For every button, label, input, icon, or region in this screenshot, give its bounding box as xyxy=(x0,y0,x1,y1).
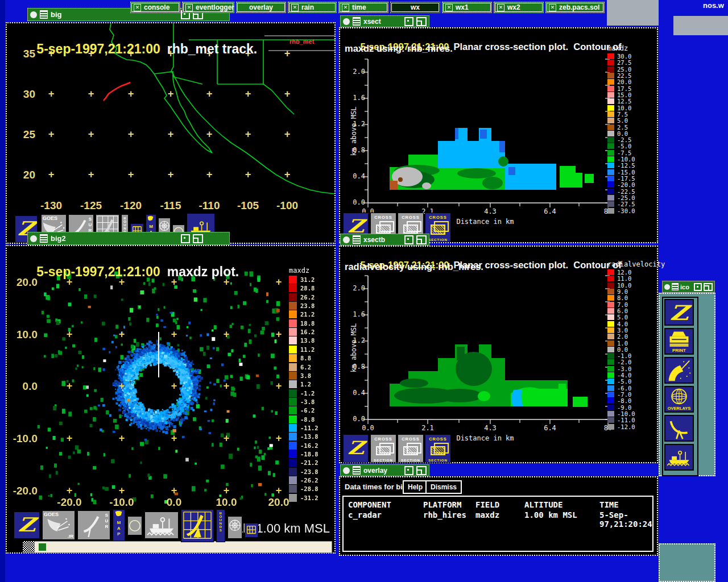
checkbox-icon[interactable]: ✕ xyxy=(342,4,349,11)
colorbar-value: 22.5 xyxy=(617,72,631,79)
dismiss-button[interactable]: Dismiss xyxy=(425,480,462,494)
scrollbar-thumb[interactable] xyxy=(39,543,46,551)
checkbox-icon[interactable]: ✕ xyxy=(291,4,299,11)
taskbar-button-wx[interactable]: wx xyxy=(390,2,440,13)
colorbar-value: -7.5 xyxy=(617,149,631,156)
window-menu-button[interactable] xyxy=(664,284,670,290)
window-iconify-button[interactable] xyxy=(416,466,427,475)
window-menu-button[interactable] xyxy=(30,235,37,242)
satellite-beam-icon[interactable] xyxy=(664,357,694,384)
colorbar-value: -15.0 xyxy=(617,169,635,176)
zebra-logo-icon[interactable]: Z xyxy=(14,512,40,539)
window-menu-button[interactable] xyxy=(343,467,350,474)
window-doc-button[interactable] xyxy=(353,235,361,244)
taskbar-button-wx2[interactable]: ✕ wx2 xyxy=(494,2,544,13)
window-titlebar-overlay[interactable]: overlay xyxy=(340,464,429,476)
window-titlebar-xsectb[interactable]: xsectb xyxy=(340,234,429,246)
ppi-window-canvas[interactable]: 5-sep-1997,21:21:00maxdz plot. Alt: 1.00… xyxy=(6,245,336,554)
window-iconify-button[interactable] xyxy=(416,235,427,244)
cross-section-icon[interactable]: CROSS SECTION xyxy=(398,434,424,463)
checkbox-icon[interactable]: ✕ xyxy=(185,4,193,11)
colorbar-value: 30.0 xyxy=(617,53,631,60)
circle-icon[interactable] xyxy=(127,516,142,535)
zebra-logo-icon[interactable]: Z xyxy=(343,434,369,463)
window-titlebar-big2[interactable]: big2 xyxy=(27,232,230,245)
colorbar-value: 3.0 xyxy=(617,327,628,334)
window-dot-button[interactable] xyxy=(181,234,190,243)
cross-section-icon[interactable]: CROSS SECTION xyxy=(370,434,396,463)
grid-cross: + xyxy=(276,485,282,496)
taskbar-button-zeb-pacs-sol[interactable]: ✕ zeb.pacs.sol xyxy=(545,2,605,13)
taskbar-button-rain[interactable]: ✕ rain xyxy=(288,2,337,13)
colorbar-swatch xyxy=(607,92,614,98)
radar-grid-icon-active[interactable] xyxy=(181,509,214,542)
window-doc-button[interactable] xyxy=(353,466,361,475)
bounds-icon[interactable]: BOUNDS xyxy=(216,509,225,542)
taskbar-button-console[interactable]: ✕ console xyxy=(130,2,180,13)
colorbar-swatch xyxy=(607,321,614,327)
window-doc-button[interactable] xyxy=(40,234,48,243)
ppi-plot-title: 5-sep-1997,21:21:00maxdz plot. xyxy=(15,249,239,280)
ship-icon[interactable] xyxy=(664,444,694,471)
window-doc-button[interactable] xyxy=(672,283,679,290)
window-iconify-button[interactable] xyxy=(193,234,203,243)
grid-small-icon[interactable] xyxy=(245,523,258,538)
window-dot-button[interactable] xyxy=(404,235,413,244)
y-tick-label: 0.0 xyxy=(344,198,365,206)
window-doc-button[interactable] xyxy=(40,10,48,19)
taskbar-button-wx1[interactable]: ✕ wx1 xyxy=(442,2,492,13)
window-iconify-button[interactable] xyxy=(704,283,713,291)
zebra-logo-icon[interactable]: Z xyxy=(664,299,694,326)
window-doc-button[interactable] xyxy=(353,17,361,26)
y-tick-label: 20.0 xyxy=(8,276,38,289)
colorbar-swatch xyxy=(289,284,297,292)
grid-cross: + xyxy=(206,88,212,99)
colorbar-value: -31.2 xyxy=(300,494,318,501)
checkbox-icon[interactable]: ✕ xyxy=(134,4,141,11)
x-tick-label: 2.1 xyxy=(416,424,439,432)
grid-cross: + xyxy=(88,169,94,180)
cross-section-icon-active[interactable]: CROSS SECTION xyxy=(425,434,451,463)
colorbar-swatch xyxy=(289,494,297,502)
window-menu-button[interactable] xyxy=(30,11,37,18)
checkbox-icon[interactable]: ✕ xyxy=(497,4,504,11)
colorbar-swatch xyxy=(289,398,297,406)
colorbar-swatch xyxy=(607,359,614,365)
map-icon[interactable]: MAP xyxy=(113,509,125,541)
xsectb-plot-title-line2: radialvelocity using: rhb_hires. xyxy=(345,261,483,272)
window-titlebar-ico[interactable]: ico xyxy=(662,281,715,293)
colorbar-value: -4.0 xyxy=(617,372,631,379)
taskbar-button-eventlogger[interactable]: ✕ eventlogger xyxy=(182,2,234,13)
taskbar-button-overlay[interactable]: overlay xyxy=(236,2,286,13)
time-scrollbar[interactable] xyxy=(23,541,332,553)
surveillance-radar-icon[interactable]: SUR xyxy=(77,510,110,540)
window-menu-button[interactable] xyxy=(343,236,350,243)
taskbar-button-time[interactable]: ✕ time xyxy=(338,2,388,13)
goes-ir-satellite-icon[interactable]: GOES .IR xyxy=(42,510,75,540)
circle-grid-icon[interactable] xyxy=(228,516,242,539)
ship-icon[interactable] xyxy=(144,512,179,539)
colorbar-value: -26.2 xyxy=(300,477,318,484)
checkbox-icon[interactable]: ✕ xyxy=(445,4,453,11)
window-dot-button[interactable] xyxy=(404,17,413,26)
grid-cross: + xyxy=(171,433,177,444)
window-titlebar-xsect[interactable]: xsect xyxy=(340,15,429,27)
map-window-canvas[interactable]: 5-sep-1997,21:21:00rhb_met track. rhb_me… xyxy=(6,22,336,244)
grid-cross: + xyxy=(88,88,94,99)
checkbox-icon[interactable]: ✕ xyxy=(549,4,556,11)
radar-dish-icon[interactable] xyxy=(664,415,694,442)
colorbar-value: 11.2 xyxy=(300,346,315,353)
overlays-icon[interactable]: OVERLAYS xyxy=(664,386,694,413)
window-dot-button[interactable] xyxy=(404,466,413,475)
help-button[interactable]: Help xyxy=(403,480,428,494)
colorbar-value: -13.8 xyxy=(300,433,318,440)
window-iconify-button[interactable] xyxy=(416,17,427,26)
xsect-window-canvas[interactable]: 5-sep-1997,21:21:00Planar cross-section … xyxy=(339,27,658,243)
scrollbar-handle-icon[interactable] xyxy=(23,541,35,553)
print-icon[interactable]: PRINT xyxy=(664,328,694,355)
colorbar-swatch xyxy=(289,346,297,354)
xsectb-window-canvas[interactable]: 5-sep-1997,21:21:00Planar cross-section … xyxy=(339,246,658,463)
window-menu-button[interactable] xyxy=(343,18,350,25)
y-tick-label: 2.0 xyxy=(344,68,365,76)
window-dot-button[interactable] xyxy=(694,283,702,291)
